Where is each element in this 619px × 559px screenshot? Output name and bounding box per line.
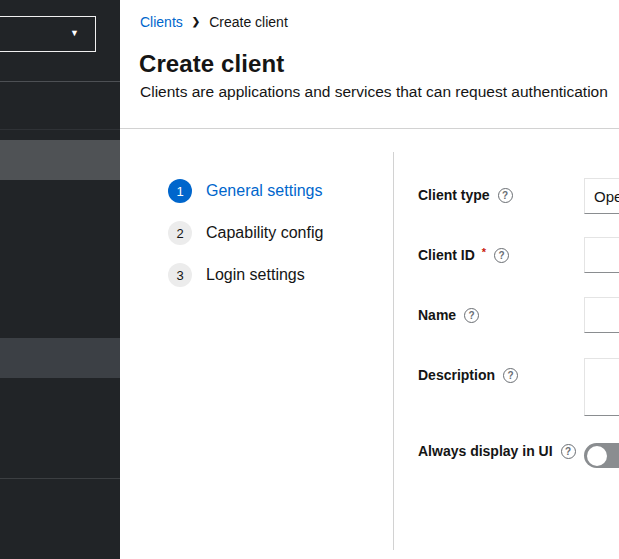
client-type-label-row: Client type ? [418, 185, 513, 205]
page-subtitle: Clients are applications and services th… [140, 83, 608, 101]
wizard-step-general-settings[interactable]: 1 General settings [168, 179, 323, 203]
description-label: Description [418, 367, 495, 383]
name-label-row: Name ? [418, 305, 479, 325]
step-label: General settings [206, 182, 323, 200]
breadcrumb: Clients ❯ Create client [140, 13, 288, 31]
sidebar-divider [0, 129, 120, 130]
required-marker: * [482, 246, 486, 258]
wizard-step-capability-config[interactable]: 2 Capability config [168, 221, 323, 245]
description-help-icon[interactable]: ? [503, 368, 518, 383]
client-id-label-row: Client ID * ? [418, 245, 509, 265]
header-divider [120, 128, 619, 129]
step-label: Login settings [206, 266, 305, 284]
wizard-divider [393, 152, 394, 550]
client-type-value: OpenID Connect [594, 188, 619, 205]
realm-selector-dropdown[interactable]: ▼ [0, 16, 96, 52]
client-type-label: Client type [418, 187, 490, 203]
name-label: Name [418, 307, 456, 323]
step-number-badge: 2 [168, 221, 192, 245]
breadcrumb-separator-icon: ❯ [192, 13, 200, 31]
toggle-knob [587, 446, 607, 466]
step-number-badge: 3 [168, 263, 192, 287]
step-number-badge: 1 [168, 179, 192, 203]
description-label-row: Description ? [418, 365, 518, 385]
name-input[interactable] [584, 297, 619, 333]
description-textarea[interactable] [584, 358, 619, 416]
name-help-icon[interactable]: ? [464, 308, 479, 323]
sidebar-divider [0, 478, 120, 479]
sidebar: ▼ [0, 0, 120, 559]
client-type-help-icon[interactable]: ? [498, 188, 513, 203]
caret-down-icon: ▼ [70, 29, 79, 38]
page-title: Create client [139, 50, 284, 78]
always-display-label: Always display in UI [418, 443, 553, 459]
breadcrumb-link-clients[interactable]: Clients [140, 13, 183, 31]
client-id-input[interactable] [584, 237, 619, 273]
sidebar-item[interactable] [0, 338, 120, 378]
client-id-help-icon[interactable]: ? [494, 248, 509, 263]
client-id-label: Client ID [418, 247, 475, 263]
always-display-help-icon[interactable]: ? [561, 444, 576, 459]
wizard-step-login-settings[interactable]: 3 Login settings [168, 263, 305, 287]
sidebar-item-selected[interactable] [0, 140, 120, 180]
always-display-toggle[interactable] [584, 443, 619, 468]
always-display-label-row: Always display in UI ? [418, 441, 576, 461]
breadcrumb-current: Create client [209, 13, 288, 31]
client-type-select[interactable]: OpenID Connect [584, 178, 619, 214]
sidebar-divider [0, 81, 120, 82]
step-label: Capability config [206, 224, 323, 242]
create-client-page: ▼ Clients ❯ Create client Create client … [0, 0, 619, 559]
